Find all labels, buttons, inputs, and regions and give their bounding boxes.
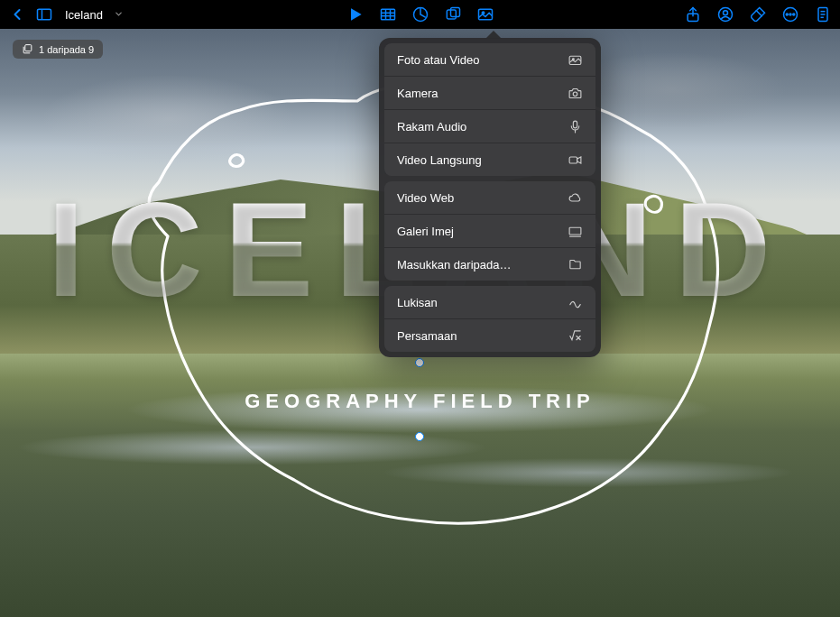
svg-marker-2 xyxy=(351,8,362,20)
media-insert-button[interactable] xyxy=(475,5,495,24)
svg-rect-25 xyxy=(569,56,581,64)
cloud-icon xyxy=(567,189,583,206)
chart-button[interactable] xyxy=(411,5,430,24)
menu-item[interactable]: Galeri Imej xyxy=(384,215,595,248)
svg-rect-32 xyxy=(569,227,581,235)
toolbar-left: Iceland xyxy=(7,5,124,24)
menu-item-label: Foto atau Video xyxy=(397,53,480,67)
insert-media-popover: Foto atau VideoKameraRakam AudioVideo La… xyxy=(379,38,601,357)
menu-item[interactable]: Video Web xyxy=(384,181,595,215)
selection-handle-top[interactable] xyxy=(415,358,424,367)
camera-icon xyxy=(567,85,583,101)
slide-count-label: 1 daripada 9 xyxy=(39,44,94,55)
chevron-down-icon[interactable] xyxy=(114,6,124,23)
folder-icon xyxy=(567,256,583,272)
menu-item-label: Persamaan xyxy=(397,329,457,343)
svg-point-15 xyxy=(724,11,728,15)
svg-marker-31 xyxy=(577,156,580,162)
svg-point-27 xyxy=(573,91,577,96)
menu-item-label: Rakam Audio xyxy=(397,120,466,134)
svg-rect-9 xyxy=(447,10,456,19)
menu-group: Foto atau VideoKameraRakam AudioVideo La… xyxy=(384,43,595,176)
slides-stack-icon xyxy=(22,43,33,55)
sidebar-icon[interactable] xyxy=(34,5,54,24)
selection-handle-bottom[interactable] xyxy=(415,432,424,441)
menu-group: LukisanPersamaan xyxy=(384,286,595,352)
slide-count-badge[interactable]: 1 daripada 9 xyxy=(13,40,103,59)
menu-item-label: Galeri Imej xyxy=(397,225,454,238)
document-title[interactable]: Iceland xyxy=(65,8,103,22)
svg-rect-28 xyxy=(573,121,577,128)
menu-item-label: Video Langsung xyxy=(397,153,482,167)
menu-item[interactable]: Foto atau Video xyxy=(384,43,595,77)
document-options-button[interactable] xyxy=(813,5,833,24)
share-button[interactable] xyxy=(683,5,703,24)
menu-item[interactable]: Video Langsung xyxy=(384,143,595,176)
svg-rect-30 xyxy=(569,156,577,162)
menu-item-label: Masukkan daripada… xyxy=(397,258,511,272)
slide-subtitle[interactable]: GEOGRAPHY FIELD TRIP xyxy=(245,390,595,413)
menu-item[interactable]: Rakam Audio xyxy=(384,110,595,143)
photo-video-icon xyxy=(567,51,583,68)
svg-rect-24 xyxy=(25,45,32,51)
text-button[interactable] xyxy=(443,5,463,24)
toolbar: Iceland xyxy=(0,0,840,29)
collaborate-button[interactable] xyxy=(715,5,735,24)
toolbar-center xyxy=(346,5,495,24)
format-brush-button[interactable] xyxy=(748,5,768,24)
menu-item-label: Kamera xyxy=(397,87,438,100)
svg-rect-3 xyxy=(381,9,394,20)
gallery-icon xyxy=(567,223,583,239)
menu-item-label: Lukisan xyxy=(397,296,438,309)
back-button[interactable] xyxy=(7,5,27,24)
more-button[interactable] xyxy=(780,5,800,24)
menu-item[interactable]: Lukisan xyxy=(384,286,595,319)
microphone-icon xyxy=(567,118,583,134)
menu-item-label: Video Web xyxy=(397,191,454,205)
svg-point-17 xyxy=(786,14,788,15)
menu-item[interactable]: Masukkan daripada… xyxy=(384,248,595,281)
svg-rect-0 xyxy=(38,9,51,20)
scribble-icon xyxy=(567,294,583,310)
equation-icon xyxy=(567,327,583,344)
table-button[interactable] xyxy=(378,5,398,24)
toolbar-right xyxy=(683,5,833,24)
menu-group: Video WebGaleri ImejMasukkan daripada… xyxy=(384,181,595,281)
menu-item[interactable]: Kamera xyxy=(384,77,595,110)
menu-item[interactable]: Persamaan xyxy=(384,319,595,352)
play-button[interactable] xyxy=(346,5,365,24)
video-camera-icon xyxy=(567,152,583,168)
svg-point-19 xyxy=(793,14,795,15)
svg-point-18 xyxy=(789,14,791,15)
svg-rect-10 xyxy=(450,8,459,17)
